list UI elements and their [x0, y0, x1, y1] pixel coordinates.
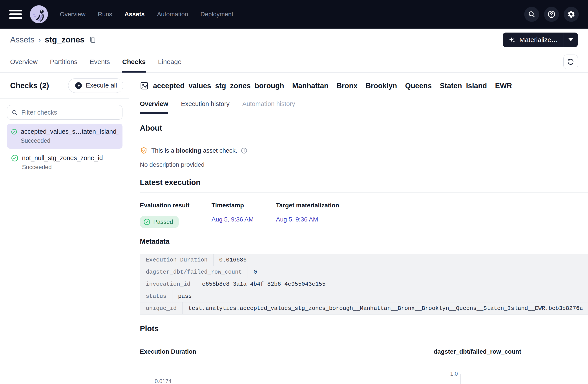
divider	[140, 192, 588, 193]
check-success-icon	[143, 218, 150, 225]
metadata-key: status	[140, 290, 172, 302]
list-item-accepted-values-check[interactable]: accepted_values_s…taten_Island__EWR Succ…	[7, 124, 123, 149]
table-row: status pass	[140, 290, 588, 302]
materialize-split-button: Materialize…	[503, 33, 578, 47]
checks-list: accepted_values_s…taten_Island__EWR Succ…	[7, 124, 123, 175]
column-header: Timestamp	[211, 202, 276, 209]
top-nav: Overview Runs Assets Automation Deployme…	[0, 0, 588, 29]
filter-checks-input[interactable]	[7, 105, 123, 120]
tab-events[interactable]: Events	[90, 51, 110, 73]
content-area: Checks (2) Execute all	[0, 73, 588, 384]
top-nav-items: Overview Runs Assets Automation Deployme…	[60, 11, 233, 18]
breadcrumb-separator: ›	[39, 36, 41, 44]
check-status: Succeeded	[22, 164, 103, 171]
list-item-not-null-check[interactable]: not_null_stg_zones_zone_id Succeeded	[7, 150, 123, 175]
gear-icon	[567, 10, 575, 19]
checks-sidebar-header: Checks (2) Execute all	[0, 73, 129, 99]
execute-all-button[interactable]: Execute all	[68, 78, 123, 93]
nav-assets[interactable]: Assets	[125, 11, 145, 18]
chart-title: Execution Duration	[140, 348, 411, 355]
execution-duration-chart: Execution Duration 0.0174	[140, 348, 411, 384]
y-tick: 0.0174	[155, 378, 171, 384]
checks-sidebar: Checks (2) Execute all	[0, 73, 129, 384]
about-heading: About	[140, 124, 588, 132]
search-icon	[528, 10, 536, 18]
plot-area	[461, 374, 588, 384]
status-badge: Passed	[140, 216, 179, 228]
failed-row-count-chart: dagster_dbt/failed_row_count 1.0 0.6	[434, 348, 588, 384]
breadcrumb-assets[interactable]: Assets	[10, 35, 35, 44]
checks-count-title: Checks (2)	[10, 81, 49, 90]
refresh-button[interactable]	[563, 55, 578, 69]
check-name: accepted_values_s…taten_Island__EWR	[21, 128, 119, 135]
metadata-table: Execution Duration 0.016686 dagster_dbt/…	[140, 254, 588, 315]
chevron-down-icon	[568, 38, 573, 41]
y-axis: 1.0 0.6	[434, 374, 461, 384]
execute-all-label: Execute all	[86, 82, 117, 89]
table-row: dagster_dbt/failed_row_count 0	[140, 266, 588, 278]
metadata-value: e658b8c8-3a1a-4b4f-82b6-4c955043c155	[196, 278, 588, 290]
menu-icon[interactable]	[9, 9, 23, 20]
latest-execution-grid: Evaluation result Passed Timestamp Aug 5…	[140, 202, 588, 228]
table-row: invocation_id e658b8c8-3a1a-4b4f-82b6-4c…	[140, 278, 588, 290]
metadata-value: 0.016686	[213, 254, 588, 266]
search-button[interactable]	[524, 7, 539, 22]
metadata-value: pass	[172, 290, 588, 302]
check-title: accepted_values_stg_zones_borough__Manha…	[153, 82, 512, 90]
table-row: unique_id test.analytics.accepted_values…	[140, 302, 588, 315]
copy-asset-name-button[interactable]	[89, 36, 97, 44]
latest-execution-heading: Latest execution	[140, 178, 588, 187]
tab-lineage[interactable]: Lineage	[158, 51, 182, 73]
asset-tab-bar: Overview Partitions Events Checks Lineag…	[0, 51, 588, 73]
play-circle-icon	[75, 82, 83, 89]
check-detail-panel: accepted_values_stg_zones_borough__Manha…	[129, 73, 588, 384]
nav-deployment[interactable]: Deployment	[201, 11, 233, 18]
info-icon[interactable]	[241, 147, 247, 154]
settings-button[interactable]	[564, 7, 579, 22]
checklist-icon	[140, 81, 149, 90]
nav-overview[interactable]: Overview	[60, 11, 85, 18]
check-success-icon	[11, 128, 17, 135]
refresh-icon	[567, 58, 575, 66]
metadata-value: 0	[248, 266, 588, 278]
tab-overview[interactable]: Overview	[10, 51, 38, 73]
filter-checks-box	[7, 105, 123, 120]
nav-runs[interactable]: Runs	[98, 11, 112, 18]
table-row: Execution Duration 0.016686	[140, 254, 588, 266]
materialize-button[interactable]: Materialize…	[503, 33, 564, 47]
check-tab-execution-history[interactable]: Execution history	[181, 100, 230, 114]
checks-sidebar-body: accepted_values_s…taten_Island__EWR Succ…	[0, 99, 129, 175]
dagster-logo[interactable]	[29, 5, 48, 24]
tab-partitions[interactable]: Partitions	[50, 51, 77, 73]
shield-check-icon	[140, 147, 148, 155]
column-header: Target materialization	[276, 202, 339, 209]
no-description-text: No description provided	[140, 161, 588, 168]
check-tab-bar: Overview Execution history Automation hi…	[129, 100, 588, 114]
target-materialization-link[interactable]: Aug 5, 9:36 AM	[276, 216, 318, 223]
y-axis: 0.0174	[140, 373, 175, 384]
timestamp-link[interactable]: Aug 5, 9:36 AM	[211, 216, 253, 223]
check-tab-overview[interactable]: Overview	[140, 100, 168, 114]
blocking-text: This is a blocking asset check.	[151, 147, 237, 154]
blocking-note: This is a blocking asset check.	[140, 147, 588, 155]
divider	[140, 339, 588, 339]
check-success-icon	[11, 154, 19, 162]
metadata-heading: Metadata	[140, 237, 588, 245]
check-name: not_null_stg_zones_zone_id	[22, 154, 103, 162]
help-button[interactable]	[544, 7, 559, 22]
tab-checks[interactable]: Checks	[122, 51, 146, 73]
check-tab-automation-history: Automation history	[242, 100, 295, 114]
status-badge-label: Passed	[153, 219, 173, 225]
check-title-row: accepted_values_stg_zones_borough__Manha…	[140, 81, 588, 90]
copy-icon	[89, 36, 97, 44]
help-icon	[547, 10, 556, 19]
materialize-label: Materialize…	[519, 36, 558, 43]
search-icon	[11, 109, 18, 116]
metadata-key: dagster_dbt/failed_row_count	[140, 266, 248, 278]
metadata-key: Execution Duration	[140, 254, 213, 266]
nav-automation[interactable]: Automation	[157, 11, 188, 18]
plots-heading: Plots	[140, 324, 588, 333]
materialize-dropdown-button[interactable]	[564, 33, 578, 47]
y-tick: 1.0	[450, 371, 458, 377]
metadata-key: invocation_id	[140, 278, 196, 290]
